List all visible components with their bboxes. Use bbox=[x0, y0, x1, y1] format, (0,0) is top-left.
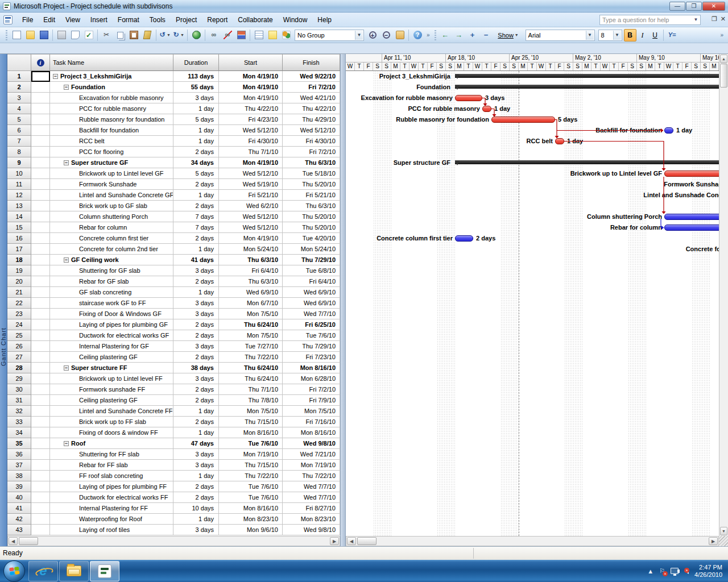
task-name-cell[interactable]: Internal Plastering for FF bbox=[50, 503, 173, 514]
start-cell[interactable]: Thu 7/15/10 bbox=[219, 460, 283, 471]
toolbar-options-icon[interactable]: » bbox=[427, 32, 430, 38]
duration-cell[interactable]: 41 days bbox=[173, 255, 219, 265]
table-row[interactable]: 19Shuttering for GF slab3 daysFri 6/4/10… bbox=[7, 265, 340, 276]
start-cell[interactable]: Mon 7/5/10 bbox=[219, 406, 283, 417]
duration-header[interactable]: Duration bbox=[173, 54, 219, 71]
collapse-icon[interactable]: − bbox=[64, 160, 69, 165]
table-row[interactable]: 17Concrete for column 2nd tier1 dayMon 5… bbox=[7, 244, 340, 255]
info-cell[interactable] bbox=[31, 82, 50, 93]
info-cell[interactable] bbox=[31, 71, 50, 82]
duration-cell[interactable]: 3 days bbox=[173, 265, 219, 276]
start-button[interactable] bbox=[3, 560, 25, 582]
row-number[interactable]: 34 bbox=[7, 427, 31, 438]
finish-cell[interactable]: Fri 7/2/10 bbox=[283, 82, 340, 93]
menu-insert[interactable]: Insert bbox=[85, 14, 113, 26]
close-button[interactable]: ✕ bbox=[702, 2, 725, 11]
duration-cell[interactable]: 2 days bbox=[173, 147, 219, 157]
task-name-cell[interactable]: Ductwork for electrical works FF bbox=[50, 492, 173, 503]
start-cell[interactable]: Thu 6/24/10 bbox=[219, 319, 283, 330]
start-cell[interactable]: Mon 7/5/10 bbox=[219, 309, 283, 319]
table-hscrollbar[interactable]: ◀ ▶ bbox=[7, 536, 340, 546]
info-cell[interactable] bbox=[31, 492, 50, 503]
taskbar-item-internet-explorer[interactable]: e bbox=[28, 561, 58, 581]
duration-cell[interactable]: 3 days bbox=[173, 525, 219, 535]
zoom-out-button[interactable]: − bbox=[380, 29, 392, 41]
task-name-cell[interactable]: Brick work up to GF slab bbox=[50, 201, 173, 211]
table-row[interactable]: 21GF slab concreting1 dayWed 6/9/10Wed 6… bbox=[7, 287, 340, 298]
row-number[interactable]: 5 bbox=[7, 114, 31, 125]
indent-button[interactable]: → bbox=[453, 29, 465, 41]
finish-cell[interactable]: Thu 4/29/10 bbox=[283, 114, 340, 125]
table-row[interactable]: 18−GF Ceiling work41 daysThu 6/3/10Thu 7… bbox=[7, 255, 340, 265]
row-number[interactable]: 8 bbox=[7, 147, 31, 157]
task-name-cell[interactable]: Shuttering for GF slab bbox=[50, 265, 173, 276]
table-row[interactable]: 9−Super structure GF34 daysMon 4/19/10Th… bbox=[7, 157, 340, 168]
start-cell[interactable]: Mon 5/24/10 bbox=[219, 244, 283, 255]
row-number[interactable]: 43 bbox=[7, 525, 31, 535]
finish-cell[interactable]: Fri 6/25/10 bbox=[283, 319, 340, 330]
info-cell[interactable] bbox=[31, 471, 50, 481]
show-button[interactable]: Show ▼ bbox=[494, 29, 523, 41]
row-number[interactable]: 26 bbox=[7, 341, 31, 352]
info-cell[interactable] bbox=[31, 352, 50, 363]
start-cell[interactable]: Fri 6/4/10 bbox=[219, 265, 283, 276]
row-number[interactable]: 31 bbox=[7, 395, 31, 406]
task-name-cell[interactable]: −GF Ceiling work bbox=[50, 255, 173, 265]
start-cell[interactable]: Fri 4/23/10 bbox=[219, 114, 283, 125]
start-cell[interactable]: Mon 4/19/10 bbox=[219, 71, 283, 82]
font-name-combo[interactable]: Arial ▼ bbox=[526, 30, 595, 41]
duration-cell[interactable]: 2 days bbox=[173, 492, 219, 503]
start-cell[interactable]: Thu 6/24/10 bbox=[219, 373, 283, 384]
collapse-icon[interactable]: − bbox=[64, 441, 69, 446]
duration-cell[interactable]: 2 days bbox=[173, 276, 219, 287]
table-row[interactable]: 16Concrete column first tier2 daysMon 4/… bbox=[7, 233, 340, 244]
finish-cell[interactable]: Thu 7/22/10 bbox=[283, 471, 340, 481]
task-name-cell[interactable]: Excavation for rubble masonry bbox=[50, 93, 173, 103]
start-cell[interactable]: Wed 5/19/10 bbox=[219, 179, 283, 190]
info-cell[interactable] bbox=[31, 384, 50, 395]
task-name-cell[interactable]: −Foundation bbox=[50, 82, 173, 93]
info-cell[interactable] bbox=[31, 179, 50, 190]
new-document-button[interactable] bbox=[10, 29, 23, 41]
task-name-cell[interactable]: Waterproofing for Roof bbox=[50, 514, 173, 525]
chevron-down-icon[interactable]: ▼ bbox=[613, 31, 621, 40]
info-cell[interactable] bbox=[31, 427, 50, 438]
task-name-cell[interactable]: Ductwork for electrical works GF bbox=[50, 330, 173, 341]
info-cell[interactable] bbox=[31, 373, 50, 384]
minimize-button[interactable]: — bbox=[669, 2, 685, 11]
duration-cell[interactable]: 1 day bbox=[173, 125, 219, 136]
table-row[interactable]: 38FF roof slab concreting1 dayThu 7/22/1… bbox=[7, 471, 340, 481]
duration-cell[interactable]: 2 days bbox=[173, 179, 219, 190]
menu-collaborate[interactable]: Collaborate bbox=[233, 14, 278, 26]
doc-close-button[interactable]: ✕ bbox=[721, 15, 726, 23]
row-number[interactable]: 2 bbox=[7, 82, 31, 93]
table-row[interactable]: 5Rubble masonry for foundation5 daysFri … bbox=[7, 114, 340, 125]
info-cell[interactable] bbox=[31, 211, 50, 222]
table-row[interactable]: 41Internal Plastering for FF10 daysMon 8… bbox=[7, 503, 340, 514]
start-cell[interactable]: Wed 5/12/10 bbox=[219, 125, 283, 136]
task-drivers-button[interactable] bbox=[253, 29, 265, 41]
finish-cell[interactable]: Fri 5/21/10 bbox=[283, 190, 340, 201]
duration-cell[interactable]: 1 day bbox=[173, 287, 219, 298]
duration-cell[interactable]: 1 day bbox=[173, 136, 219, 147]
table-row[interactable]: 15Rebar for column7 daysWed 5/12/10Thu 5… bbox=[7, 222, 340, 233]
row-number[interactable]: 10 bbox=[7, 168, 31, 179]
task-name-cell[interactable]: Formwork sunshade FF bbox=[50, 384, 173, 395]
duration-cell[interactable]: 2 days bbox=[173, 352, 219, 363]
info-cell[interactable] bbox=[31, 287, 50, 298]
info-cell[interactable] bbox=[31, 255, 50, 265]
duration-cell[interactable]: 2 days bbox=[173, 384, 219, 395]
menu-help[interactable]: Help bbox=[312, 14, 337, 26]
info-cell[interactable] bbox=[31, 417, 50, 427]
info-cell[interactable] bbox=[31, 438, 50, 449]
table-row[interactable]: 14Column shuttering Porch7 daysWed 5/12/… bbox=[7, 211, 340, 222]
row-number[interactable]: 41 bbox=[7, 503, 31, 514]
table-row[interactable]: 37Rebar for FF slab3 daysThu 7/15/10Mon … bbox=[7, 460, 340, 471]
info-cell[interactable] bbox=[31, 514, 50, 525]
task-name-cell[interactable]: PCC for flooring bbox=[50, 147, 173, 157]
finish-cell[interactable]: Thu 4/22/10 bbox=[283, 103, 340, 114]
task-name-cell[interactable]: −Super structure GF bbox=[50, 157, 173, 168]
table-row[interactable]: 6Backfill for foundation1 dayWed 5/12/10… bbox=[7, 125, 340, 136]
start-cell[interactable]: Thu 6/24/10 bbox=[219, 363, 283, 373]
table-row[interactable]: 42Waterproofing for Roof1 dayMon 8/23/10… bbox=[7, 514, 340, 525]
